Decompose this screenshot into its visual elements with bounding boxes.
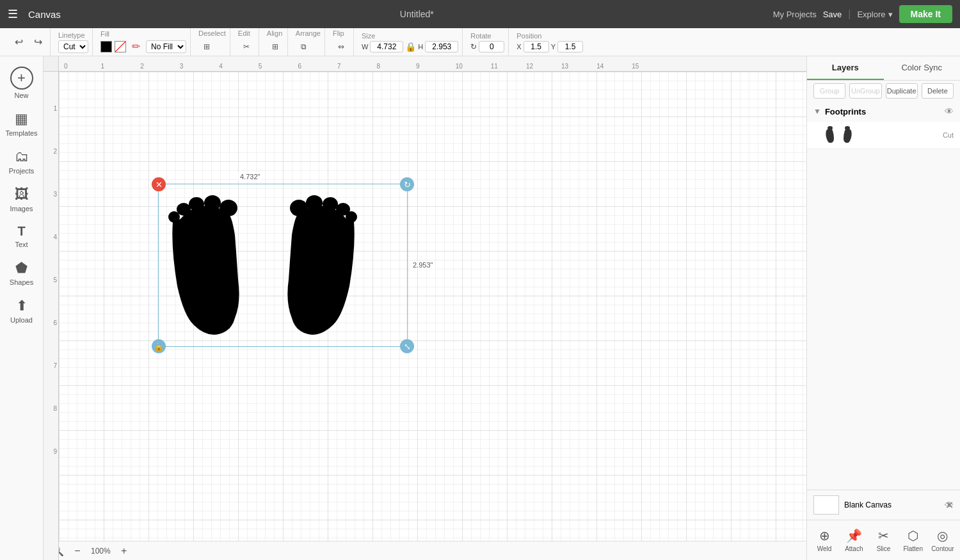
- width-input[interactable]: [370, 41, 403, 52]
- arrange-button[interactable]: ⧉: [296, 38, 312, 55]
- flip-button[interactable]: ⇔: [333, 38, 349, 55]
- lock-icon[interactable]: 🔒: [405, 42, 416, 52]
- y-position-input[interactable]: [557, 41, 583, 52]
- redo-button[interactable]: ↪: [29, 34, 46, 51]
- shapes-label: Shapes: [10, 278, 33, 286]
- edit-button[interactable]: ✂: [238, 38, 255, 55]
- zoom-out-button[interactable]: −: [70, 544, 84, 558]
- layers-panel: ▼ Footprints 👁: [807, 101, 960, 490]
- canvas-area[interactable]: 0 1 2 3 4 5 6 7 8 9 10 11 12 13 14 15 1 …: [44, 56, 806, 560]
- sidebar-item-text[interactable]: T Text: [3, 219, 40, 253]
- fill-group: Fill ✏ No Fill: [97, 28, 191, 56]
- lock-handle[interactable]: 🔒: [152, 339, 166, 353]
- group-button[interactable]: Group: [813, 83, 845, 99]
- save-button[interactable]: Save: [823, 10, 842, 19]
- close-handle[interactable]: ✕: [152, 177, 166, 191]
- toolbar: ↩ ↪ Linetype Cut Fill ✏ No Fill Deselect: [0, 28, 960, 56]
- footprints-container[interactable]: [161, 187, 404, 349]
- rotate-handle[interactable]: ↻: [400, 177, 414, 191]
- x-position-input[interactable]: [524, 41, 549, 52]
- attach-button[interactable]: 📌 Attach: [840, 525, 867, 555]
- linetype-group: Linetype Cut: [54, 28, 93, 56]
- rotate-label: Rotate: [470, 32, 504, 40]
- tab-layers[interactable]: Layers: [807, 56, 884, 80]
- explore-button[interactable]: Explore ▾: [857, 10, 892, 19]
- flip-group: Flip ⇔: [329, 28, 354, 56]
- templates-label: Templates: [5, 129, 37, 137]
- blank-canvas-row: Blank Canvas 👁✕: [807, 490, 960, 520]
- blank-canvas-eye-icon[interactable]: 👁✕: [945, 500, 954, 510]
- layer-actions-top: Group UnGroup Duplicate Delete: [813, 83, 954, 99]
- sidebar-item-upload[interactable]: ⬆ Upload: [3, 292, 40, 329]
- panel-tabs: Layers Color Sync: [807, 56, 960, 81]
- ungroup-button[interactable]: UnGroup: [849, 83, 881, 99]
- align-label: Align: [267, 29, 284, 37]
- fill-label: Fill: [100, 30, 186, 38]
- upload-label: Upload: [10, 316, 33, 324]
- zoom-in-button[interactable]: +: [117, 544, 131, 558]
- blank-canvas-label: Blank Canvas: [844, 500, 940, 509]
- zoom-level: 100%: [91, 547, 111, 556]
- eye-icon[interactable]: 👁: [945, 106, 954, 116]
- attach-label: Attach: [845, 545, 863, 552]
- make-it-button[interactable]: Make It: [899, 5, 952, 23]
- flip-label: Flip: [333, 29, 349, 37]
- attach-icon: 📌: [846, 528, 862, 543]
- contour-button[interactable]: ◎ Contour: [929, 525, 956, 555]
- canvas-content[interactable]: 4.732" 2.953": [59, 72, 806, 541]
- right-foot: [287, 195, 357, 335]
- sidebar-item-templates[interactable]: ▦ Templates: [3, 106, 40, 142]
- fill-select[interactable]: No Fill: [146, 40, 186, 53]
- layer-item-footprints[interactable]: Cut: [807, 122, 960, 148]
- duplicate-button[interactable]: Duplicate: [886, 83, 918, 99]
- chevron-down-icon: ▾: [888, 10, 893, 19]
- rotate-icon: ↻: [470, 42, 477, 51]
- fill-swatch-black[interactable]: [100, 41, 112, 52]
- layer-cut-badge: Cut: [943, 131, 954, 139]
- linetype-select[interactable]: Cut: [58, 40, 88, 53]
- weld-button[interactable]: ⊕ Weld: [811, 525, 838, 555]
- fill-pen-button[interactable]: ✏: [129, 39, 143, 54]
- flatten-label: Flatten: [903, 545, 923, 552]
- undo-button[interactable]: ↩: [10, 34, 27, 51]
- chevron-icon: ▼: [813, 107, 821, 116]
- align-button[interactable]: ⊞: [267, 38, 284, 55]
- layer-group-name: Footprints: [825, 107, 941, 116]
- layer-thumb-svg-2: [840, 125, 855, 145]
- flatten-button[interactable]: ⬡ Flatten: [900, 525, 927, 555]
- projects-label: Projects: [9, 167, 35, 175]
- tab-color-sync[interactable]: Color Sync: [884, 56, 961, 80]
- y-label: Y: [551, 43, 556, 51]
- height-label: H: [418, 43, 423, 51]
- rotate-group: Rotate ↻: [467, 28, 509, 56]
- width-label: W: [362, 43, 368, 51]
- deselect-group: Deselect ⊞: [195, 28, 230, 56]
- resize-handle[interactable]: ⤡: [400, 339, 414, 353]
- app-title: Canvas: [28, 9, 61, 20]
- edit-group: Edit ✂: [234, 28, 259, 56]
- menu-icon[interactable]: ☰: [8, 7, 18, 21]
- sidebar-item-images[interactable]: 🖼 Images: [3, 181, 40, 218]
- my-projects-button[interactable]: My Projects: [773, 10, 817, 19]
- layer-group-header[interactable]: ▼ Footprints 👁: [807, 101, 960, 122]
- fill-swatch-nofill[interactable]: [115, 41, 126, 52]
- contour-icon: ◎: [937, 528, 948, 543]
- images-label: Images: [10, 205, 33, 212]
- left-sidebar: + New ▦ Templates 🗂 Projects 🖼 Images T …: [0, 56, 44, 560]
- flatten-icon: ⬡: [908, 528, 918, 543]
- delete-button[interactable]: Delete: [922, 83, 954, 99]
- deselect-button[interactable]: ⊞: [198, 38, 215, 55]
- slice-button[interactable]: ✂ Slice: [870, 525, 897, 555]
- sidebar-item-projects[interactable]: 🗂 Projects: [3, 143, 40, 180]
- height-input[interactable]: [425, 41, 458, 52]
- shapes-icon: ⬟: [15, 260, 28, 276]
- rotate-input[interactable]: [479, 41, 504, 52]
- slice-label: Slice: [877, 545, 891, 552]
- bottom-bar: 🔍 − 100% +: [44, 541, 806, 560]
- layer-thumbnail: [822, 125, 855, 145]
- left-foot: [168, 195, 239, 335]
- sidebar-item-shapes[interactable]: ⬟ Shapes: [3, 255, 40, 291]
- new-button[interactable]: + New: [3, 61, 40, 104]
- images-icon: 🖼: [15, 186, 29, 203]
- text-icon: T: [17, 224, 25, 239]
